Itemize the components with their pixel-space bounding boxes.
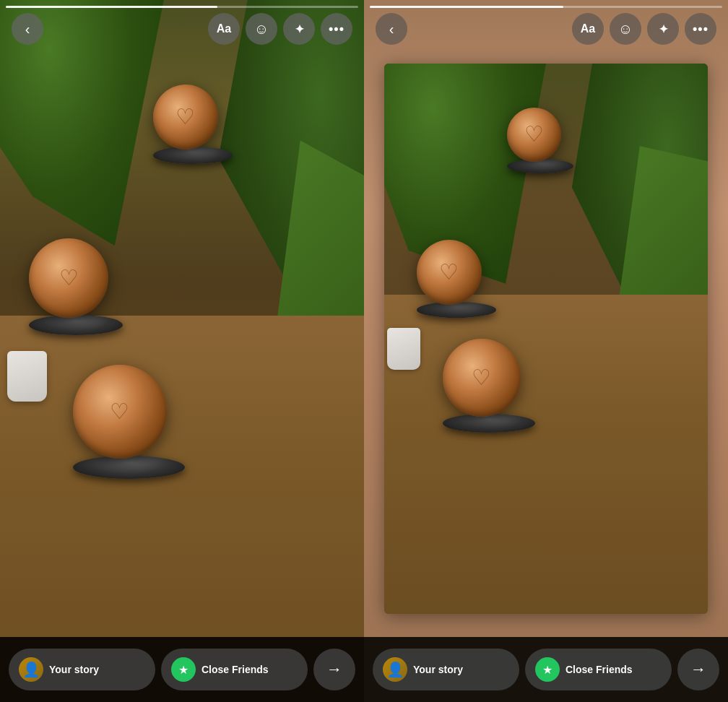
right-arrow-icon: → [690, 660, 706, 679]
right-share-button[interactable]: → [677, 649, 719, 690]
sticker-button[interactable]: ☺ [246, 13, 277, 45]
sticker-icon: ☺ [254, 21, 269, 38]
right-avatar-icon: 👤 [386, 661, 404, 678]
right-progress-bar [370, 6, 722, 8]
toolbar-right-buttons: Aa ☺ ✦ ••• [208, 13, 352, 45]
avatar-icon: 👤 [22, 661, 40, 678]
text-button[interactable]: Aa [208, 13, 240, 45]
right-progress-bar-bg [370, 6, 722, 8]
arrow-icon: → [326, 660, 342, 679]
close-friends-label: Close Friends [202, 664, 269, 675]
right-back-button[interactable]: ‹ [376, 13, 407, 45]
avatar: 👤 [19, 657, 43, 682]
right-back-icon: ‹ [389, 21, 394, 38]
right-phone: ‹ Aa ☺ ✦ ••• 👤 Your story ★ [364, 0, 728, 702]
effects-button[interactable]: ✦ [283, 13, 315, 45]
right-text-button[interactable]: Aa [572, 13, 604, 45]
coffee-cup-1 [153, 84, 233, 164]
inner-table [384, 295, 708, 614]
right-more-button[interactable]: ••• [685, 13, 716, 45]
right-effects-icon: ✦ [659, 22, 668, 36]
your-story-label: Your story [49, 664, 99, 675]
left-bottom-bar: 👤 Your story ★ Close Friends → [0, 637, 364, 702]
back-button[interactable]: ‹ [12, 13, 43, 45]
close-friends-icon: ★ [171, 657, 196, 682]
right-your-story-button[interactable]: 👤 Your story [373, 649, 519, 690]
right-star-icon: ★ [542, 663, 552, 677]
left-phone: ‹ Aa ☺ ✦ ••• 👤 Your story ★ [0, 0, 364, 702]
progress-bar [6, 6, 358, 8]
your-story-button[interactable]: 👤 Your story [9, 649, 155, 690]
progress-bar-bg [6, 6, 358, 8]
left-toolbar: ‹ Aa ☺ ✦ ••• [0, 13, 364, 45]
right-close-friends-button[interactable]: ★ Close Friends [525, 649, 672, 690]
inner-cup-3 [443, 339, 535, 433]
inner-cup-1 [507, 108, 573, 173]
right-close-friends-icon: ★ [535, 657, 560, 682]
right-sticker-button[interactable]: ☺ [610, 13, 641, 45]
share-button[interactable]: → [313, 649, 355, 690]
coffee-cup-3 [73, 365, 185, 479]
right-progress-bar-fill [370, 6, 563, 8]
right-bottom-bar: 👤 Your story ★ Close Friends → [364, 637, 728, 702]
inner-image-frame [384, 64, 708, 614]
progress-bar-fill [6, 6, 217, 8]
back-icon: ‹ [25, 21, 30, 38]
right-avatar: 👤 [383, 657, 407, 682]
star-icon: ★ [178, 663, 188, 677]
right-effects-button[interactable]: ✦ [647, 13, 679, 45]
right-more-icon: ••• [693, 22, 708, 37]
right-close-friends-label: Close Friends [566, 664, 633, 675]
text-icon: Aa [217, 22, 231, 35]
coffee-cup-2 [29, 238, 123, 335]
close-friends-button[interactable]: ★ Close Friends [161, 649, 308, 690]
right-toolbar: ‹ Aa ☺ ✦ ••• [364, 13, 728, 45]
right-text-icon: Aa [581, 22, 595, 35]
plant-pot-left [7, 351, 47, 402]
more-button[interactable]: ••• [321, 13, 352, 45]
inner-plant-pot [387, 328, 420, 370]
inner-coffee-scene [384, 64, 708, 614]
effects-icon: ✦ [295, 22, 304, 36]
coffee-background [0, 0, 364, 702]
inner-cup-2 [417, 240, 496, 318]
right-sticker-icon: ☺ [618, 21, 633, 38]
right-toolbar-right-buttons: Aa ☺ ✦ ••• [572, 13, 716, 45]
right-your-story-label: Your story [413, 664, 463, 675]
more-icon: ••• [329, 22, 344, 37]
